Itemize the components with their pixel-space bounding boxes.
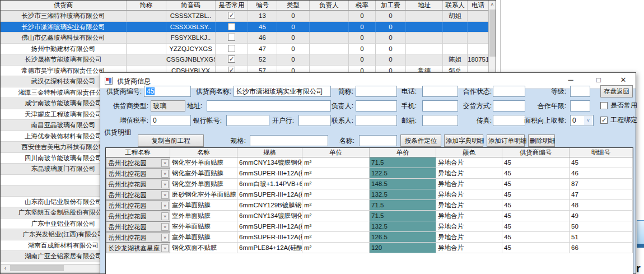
detail-cell-0[interactable]: 岳州北控花园˅	[106, 179, 170, 189]
detail-cell-4: 122.5	[370, 168, 436, 179]
detail-cell-2: 6mmPLE84+12A(硅酮胶...	[237, 243, 302, 253]
name-filter-input[interactable]	[359, 135, 397, 146]
chevron-down-icon[interactable]: ˅	[584, 116, 592, 125]
detail-cell-1: 室外单面贴膜	[170, 221, 237, 232]
chevron-down-icon[interactable]: ˅	[161, 212, 169, 220]
chevron-down-icon[interactable]: ˅	[161, 180, 169, 188]
detail-cell-0[interactable]: 岳州北控花园˅	[106, 221, 170, 232]
add-order-detail-button[interactable]: 添加订单明细	[487, 134, 525, 147]
detail-cell-3: m²	[302, 168, 370, 179]
cell-7: 0	[349, 22, 376, 33]
spec-filter-input[interactable]	[250, 135, 328, 146]
detail-cell-4: 148.5	[370, 179, 436, 189]
cell-4: 13	[248, 11, 277, 22]
chevron-down-icon[interactable]: ˅	[161, 191, 169, 199]
detail-cell-5: 异地合片	[436, 211, 502, 221]
detail-cell-5: 异地合片	[436, 221, 502, 232]
address-input[interactable]	[207, 100, 331, 112]
detail-cell-4: 126.5	[370, 232, 436, 243]
scroll-up-icon[interactable]: ˄	[489, 1, 496, 9]
coop-years-input[interactable]	[570, 100, 590, 112]
supplier-row[interactable]: 长沙市潇湘玻璃实业有限公司CSSXXBLSY..45000	[1, 22, 496, 33]
detail-cell-2: 6mmSUPER-III+12A(硅...	[237, 232, 302, 243]
detail-cell-0[interactable]: 岳州北控花园˅	[106, 211, 170, 221]
detail-cell-2: 6mmSUPER-III+12A(硅...	[237, 189, 302, 200]
cell-6	[310, 44, 349, 55]
detail-cell-0[interactable]: 岳州北控花园˅	[106, 168, 170, 179]
manager-input[interactable]	[356, 100, 397, 112]
supplier-id-input[interactable]: 45	[144, 86, 191, 97]
detail-cell-0[interactable]: 岳州北控花园˅	[106, 189, 170, 200]
vertical-scrollbar-thumb[interactable]	[489, 10, 496, 57]
delete-detail-button[interactable]: 删除明细	[528, 134, 555, 147]
add-dict-detail-button[interactable]: 添加字典明细	[444, 134, 483, 147]
contact-input[interactable]	[356, 115, 397, 126]
vat-input[interactable]: 0	[151, 115, 191, 126]
common-use-checkbox-label: 是否常用	[610, 101, 640, 110]
column-header-9: 地址	[406, 1, 443, 10]
mobile-input[interactable]	[422, 100, 458, 112]
short-name-input[interactable]	[356, 86, 397, 97]
horizontal-scrollbar-thumb[interactable]	[10, 265, 64, 271]
cell-11	[468, 11, 489, 22]
cell-2: CSSGJNBLYXGS	[166, 54, 216, 66]
dialog-title: 供货商信息	[117, 77, 151, 86]
chevron-down-icon[interactable]: ˅	[161, 170, 169, 178]
detail-cell-4: 71.5	[370, 200, 436, 211]
supplier-type-input[interactable]: 玻璃	[151, 100, 185, 112]
column-header-5: 类型	[277, 1, 310, 10]
detail-cell-7: 46	[570, 168, 633, 179]
save-return-button[interactable]: 存盘返回	[600, 85, 633, 97]
bank-input[interactable]	[298, 115, 331, 126]
delivery-input[interactable]	[493, 100, 525, 112]
chevron-down-icon[interactable]: ˅	[161, 223, 169, 231]
cell-1	[127, 32, 166, 44]
supplier-row[interactable]: 长沙市三湘特种玻璃有限公司CSSSXTZBL..✓13000胡姐	[1, 11, 496, 22]
cell-9	[406, 54, 443, 66]
common-use-checkbox[interactable]	[228, 23, 235, 30]
supplier-name-input[interactable]: 长沙市潇湘玻璃实业有限公司	[234, 86, 331, 97]
common-use-checkbox[interactable]: ✓	[228, 12, 235, 19]
chevron-down-icon[interactable]: ˅	[161, 234, 169, 242]
round-up-combobox[interactable]: 0˅	[570, 115, 594, 126]
detail-row[interactable]: 岳州北控花园˅室外单面贴膜6mmCNY129B镀膜钢化m²71.5异地合片454…	[106, 200, 633, 211]
cell-2: CSSSXTZBL..	[166, 11, 216, 22]
detail-row[interactable]: 岳州北控花园˅钢化室外单面贴膜6mmSUPER-III+12A(硅...m²12…	[106, 168, 633, 179]
detail-cell-0[interactable]: 岳州北控花园˅	[106, 200, 170, 211]
email-input[interactable]	[422, 115, 458, 126]
detail-row[interactable]: 岳州北控花园˅室外单面贴膜6mmCNY134镀膜钢化m²71.5异地合片4549	[106, 211, 633, 221]
cell-6	[310, 32, 349, 44]
supplier-row[interactable]: 长沙晟格节能玻璃有限公司CSSGJNBLYXGS✓52000陈姐180751	[1, 54, 496, 66]
phone-input[interactable]	[422, 86, 458, 97]
project-bind-checkbox[interactable]: ✓	[600, 117, 608, 124]
detail-row[interactable]: 岳州北控花园˅室外单面贴膜6mmSUPER-III+12A(硅...m²132.…	[106, 221, 633, 232]
scroll-left-icon[interactable]: ‹	[1, 264, 10, 272]
column-header-2: 简音码	[166, 1, 216, 10]
chevron-down-icon[interactable]: ˅	[161, 159, 169, 167]
chevron-down-icon[interactable]: ˅	[161, 244, 169, 252]
common-use-checkbox[interactable]	[228, 34, 235, 41]
coop-status-label: 合作状态:	[457, 86, 492, 97]
supplier-row[interactable]: 扬州中勤建材有限公司YZZQJCYXGS47000	[1, 44, 496, 55]
coop-status-input[interactable]	[493, 86, 525, 97]
detail-cell-0[interactable]: 长沙龙湖祺鑫星座˅	[106, 243, 170, 253]
common-use-checkbox[interactable]	[228, 45, 235, 52]
detail-row[interactable]: 长沙龙湖祺鑫星座˅钢化双面不贴膜6mmPLE84+12A(硅酮胶...m²120…	[106, 243, 633, 253]
supplier-row[interactable]: 佛山市亿鑫玻璃科技有限公司FSSYXBLKJ..46000	[1, 32, 496, 44]
bank-account-input[interactable]	[226, 115, 269, 126]
detail-row[interactable]: 岳州北控花园˅室外单面贴膜6mmSUPER-III+12A(硅...m²126.…	[106, 232, 633, 243]
detail-row[interactable]: 岳州北控花园˅磨砂钢化室外单面贴膜6mmSUPER-III+12A(硅...m²…	[106, 189, 633, 200]
chevron-down-icon[interactable]: ˅	[161, 202, 169, 210]
copy-current-project-button[interactable]: 复制当前工程	[138, 134, 204, 147]
detail-row[interactable]: 岳州北控花园˅钢化室外单面贴膜6mmCNY134镀膜钢化m²71.5异地合片45…	[106, 157, 633, 168]
detail-cell-3: m²	[302, 189, 370, 200]
locate-by-condition-button[interactable]: 按条件定位	[400, 134, 441, 147]
common-use-checkbox[interactable]	[600, 102, 608, 109]
cell-3	[216, 32, 248, 44]
common-use-checkbox[interactable]: ✓	[228, 55, 235, 63]
detail-cell-0[interactable]: 岳州北控花园˅	[106, 232, 170, 243]
detail-row[interactable]: 岳州北控花园˅钢化室外单面贴膜6mm白玻+1.14PVB+6mm...m²148…	[106, 179, 633, 189]
grade-input[interactable]	[570, 86, 590, 97]
detail-cell-7: 47	[570, 189, 633, 200]
detail-cell-0[interactable]: 岳州北控花园˅	[106, 157, 170, 168]
